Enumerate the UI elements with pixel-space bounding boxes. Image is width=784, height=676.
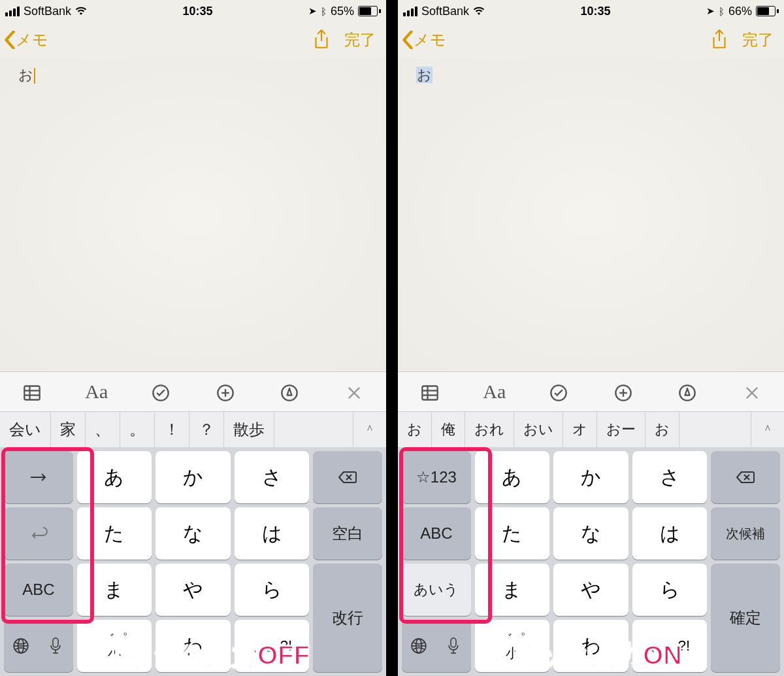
note-body[interactable]: お <box>398 59 784 371</box>
suggestion[interactable]: お <box>645 412 679 447</box>
carrier-label: SoftBank <box>421 5 469 18</box>
suggestion[interactable]: 散歩 <box>224 412 274 447</box>
note-text: お <box>18 67 33 83</box>
kana-key[interactable]: ま <box>77 564 152 616</box>
text-style-icon[interactable]: Aa <box>65 380 129 403</box>
delete-key[interactable] <box>711 451 780 503</box>
check-circle-icon[interactable] <box>527 381 591 401</box>
draw-circle-icon[interactable] <box>257 381 322 401</box>
expand-suggestions-icon[interactable]: ＾ <box>353 412 386 447</box>
mic-icon[interactable] <box>436 637 471 654</box>
suggestion[interactable]: オ <box>563 412 597 447</box>
kana-key[interactable]: や <box>155 564 231 616</box>
phone-left: SoftBank 10:35 ➤ ᛒ 65% メモ 完了 <box>0 0 386 676</box>
kana-key[interactable]: か <box>553 451 629 503</box>
table-icon[interactable] <box>398 381 463 401</box>
note-body[interactable]: お <box>0 59 386 371</box>
space-key[interactable]: 空白 <box>313 507 382 560</box>
suggestion[interactable]: お <box>398 412 432 447</box>
format-toolbar: Aa <box>0 371 386 411</box>
suggestion[interactable]: 会い <box>0 412 51 447</box>
kana-key[interactable]: ら <box>632 564 708 616</box>
share-icon[interactable] <box>711 29 728 50</box>
carrier-label: SoftBank <box>24 5 71 18</box>
mic-icon[interactable] <box>39 637 73 654</box>
caption-right: フリック入力ON <box>483 637 682 673</box>
text-caret <box>34 68 35 84</box>
abc-key[interactable]: ABC <box>4 564 73 616</box>
suggestion[interactable]: 、 <box>86 412 120 447</box>
globe-mic-key[interactable] <box>402 620 471 672</box>
kana-key[interactable]: や <box>553 564 629 616</box>
plus-circle-icon[interactable] <box>193 381 258 401</box>
bluetooth-icon: ᛒ <box>321 6 327 17</box>
signal-icon <box>403 7 417 16</box>
kana-key[interactable]: か <box>155 451 231 503</box>
caption-left: フリック入力OFF <box>98 637 310 673</box>
globe-icon[interactable] <box>402 637 436 654</box>
suggestion-bar: 会い 家 、 。 ！ ？ 散歩 ＾ <box>0 411 386 447</box>
wifi-icon <box>75 7 87 16</box>
kana-key[interactable]: た <box>475 507 550 560</box>
back-button[interactable]: メモ <box>4 29 48 50</box>
suggestion[interactable]: 。 <box>120 412 155 447</box>
status-bar: SoftBank 10:35 ➤ ᛒ 66% <box>398 0 784 21</box>
table-icon[interactable] <box>0 381 65 401</box>
return-key[interactable]: 改行 <box>313 564 382 672</box>
suggestion[interactable]: おい <box>514 412 563 447</box>
suggestion[interactable]: おれ <box>465 412 514 447</box>
back-label: メモ <box>16 29 48 50</box>
globe-icon[interactable] <box>4 637 39 654</box>
undo-key[interactable] <box>4 507 73 560</box>
suggestion[interactable]: おー <box>597 412 645 447</box>
kana-key[interactable]: は <box>235 507 310 560</box>
signal-icon <box>5 7 20 16</box>
nav-bar: メモ 完了 <box>0 21 386 59</box>
globe-mic-key[interactable] <box>4 620 73 672</box>
battery-percent: 65% <box>331 5 354 18</box>
kana-key[interactable]: ら <box>235 564 310 616</box>
check-circle-icon[interactable] <box>129 381 193 401</box>
close-icon[interactable] <box>720 381 785 401</box>
clock: 10:35 <box>87 5 308 18</box>
kana-key[interactable]: さ <box>632 451 708 503</box>
share-icon[interactable] <box>313 29 330 50</box>
kana-key[interactable]: た <box>77 507 152 560</box>
kana-key[interactable]: ま <box>475 564 550 616</box>
suggestion[interactable]: ！ <box>155 412 189 447</box>
svg-point-26 <box>680 385 695 400</box>
suggestion[interactable]: 俺 <box>432 412 465 447</box>
bluetooth-icon: ᛒ <box>719 6 725 17</box>
clock: 10:35 <box>485 5 706 18</box>
kana-key[interactable]: あ <box>77 451 152 503</box>
done-button[interactable]: 完了 <box>742 29 774 50</box>
text-style-icon[interactable]: Aa <box>463 380 527 403</box>
suggestion[interactable]: ？ <box>189 412 224 447</box>
next-key[interactable] <box>4 451 73 503</box>
numsym-key[interactable]: ☆123 <box>402 451 471 503</box>
expand-suggestions-icon[interactable]: ＾ <box>751 412 784 447</box>
confirm-key[interactable]: 確定 <box>711 564 780 672</box>
done-button[interactable]: 完了 <box>344 29 376 50</box>
kana-key[interactable]: は <box>632 507 708 560</box>
svg-rect-34 <box>451 638 456 647</box>
abc-key[interactable]: ABC <box>402 507 471 560</box>
battery-icon <box>756 6 779 16</box>
kana-key[interactable]: あ <box>475 451 550 503</box>
format-toolbar: Aa <box>398 371 784 411</box>
svg-rect-17 <box>53 638 58 647</box>
location-icon: ➤ <box>308 5 317 17</box>
plus-circle-icon[interactable] <box>591 381 656 401</box>
back-button[interactable]: メモ <box>402 29 446 50</box>
suggestion[interactable]: 家 <box>51 412 86 447</box>
close-icon[interactable] <box>322 381 387 401</box>
suggestion-bar: お 俺 おれ おい オ おー お ＾ <box>398 411 784 447</box>
battery-icon <box>358 6 381 16</box>
delete-key[interactable] <box>313 451 382 503</box>
draw-circle-icon[interactable] <box>655 381 720 401</box>
kana-key[interactable]: な <box>155 507 231 560</box>
next-candidate-key[interactable]: 次候補 <box>711 507 780 560</box>
kana-mode-key[interactable]: あいう <box>402 564 471 616</box>
kana-key[interactable]: な <box>553 507 629 560</box>
kana-key[interactable]: さ <box>235 451 310 503</box>
